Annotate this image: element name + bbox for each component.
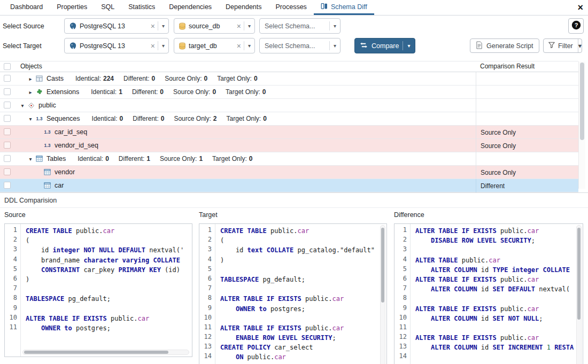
sql-token: ON — [236, 353, 243, 361]
tab-dependencies[interactable]: Dependencies — [162, 0, 219, 15]
stat-identical: Identical:224 — [75, 75, 114, 82]
tab-processes[interactable]: Processes — [269, 0, 314, 15]
chevron-down-icon[interactable]: ▾ — [158, 43, 168, 49]
row-checkbox[interactable] — [4, 115, 11, 122]
source-server-select[interactable]: PostgreSQL 13 × ▾ — [64, 18, 169, 34]
sql-token: id — [477, 315, 493, 322]
vertical-scrollbar[interactable] — [380, 225, 385, 364]
chevron-right-icon[interactable]: ▸ — [26, 89, 35, 95]
code-area[interactable]: CREATE TABLE public.car( id text COLLATE… — [216, 224, 386, 364]
tab-properties[interactable]: Properties — [50, 0, 94, 15]
code-area[interactable]: CREATE TABLE public.car( id integer NOT … — [21, 224, 192, 357]
sql-token — [415, 315, 431, 322]
row-checkbox[interactable] — [4, 102, 11, 109]
filter-dropdown-toggle[interactable]: ▾ — [578, 39, 582, 52]
sequence-icon: 1.3 — [43, 129, 52, 135]
row-label: vendor_id_seq — [55, 142, 98, 149]
grid-row-car-id-seq[interactable]: 1.3car_id_seqSource Only — [0, 126, 578, 139]
scrollbar-thumb[interactable] — [580, 63, 584, 140]
chevron-down-icon[interactable]: ▾ — [26, 156, 35, 162]
line-number: 14 — [394, 352, 410, 362]
clear-icon[interactable]: × — [148, 42, 158, 50]
source-database-select[interactable]: source_db × ▾ — [174, 18, 255, 34]
grid-row-casts[interactable]: ▸CastsIdentical:224Different:0Source Onl… — [0, 72, 578, 86]
source-schema-select[interactable]: Select Schema... ▾ — [259, 18, 341, 34]
sql-token — [415, 344, 431, 351]
chevron-down-icon[interactable]: ▾ — [330, 43, 340, 49]
row-checkbox[interactable] — [4, 142, 11, 149]
sql-token: public. — [107, 315, 138, 322]
tab-sql[interactable]: SQL — [94, 0, 121, 15]
clear-icon[interactable]: × — [148, 22, 158, 30]
target-server-select[interactable]: PostgreSQL 13 × ▾ — [64, 38, 169, 53]
line-number: 6 — [199, 275, 215, 284]
row-checkbox[interactable] — [4, 128, 11, 135]
grid-row-sequences[interactable]: ▾1.3SequencesIdentical:0Different:0Sourc… — [0, 112, 578, 126]
scrollbar-thumb[interactable] — [381, 228, 384, 303]
close-icon[interactable]: × — [577, 1, 583, 14]
stat-source-only: Source Only:0 — [165, 75, 207, 82]
line-number: 2 — [394, 236, 410, 245]
tab-dependents[interactable]: Dependents — [219, 0, 268, 15]
chevron-down-icon[interactable]: ▾ — [244, 23, 254, 29]
grid-row-public[interactable]: ▾public — [0, 99, 578, 112]
help-button[interactable]: ? — [568, 18, 584, 34]
filter-button-main[interactable]: Filter — [544, 42, 578, 50]
sql-token: public. — [301, 295, 332, 303]
target-database-select[interactable]: target_db × ▾ — [174, 38, 255, 53]
compare-button[interactable]: Compare ▾ — [354, 38, 415, 53]
tab-dashboard[interactable]: Dashboard — [3, 0, 50, 15]
sql-token — [26, 266, 41, 274]
line-number: 9 — [5, 304, 20, 314]
chevron-down-icon[interactable]: ▾ — [244, 43, 254, 49]
grid-vertical-scrollbar[interactable] — [578, 61, 585, 189]
sql-token: ALTER TABLE IF EXISTS — [415, 227, 497, 235]
chevron-down-icon[interactable]: ▾ — [18, 103, 27, 109]
sql-token: id — [477, 266, 493, 274]
ddl-editor-target[interactable]: 1234567891011121314CREATE TABLE public.c… — [199, 223, 387, 364]
chevron-down-icon[interactable]: ▾ — [26, 116, 35, 122]
grid-row-vendor[interactable]: vendorSource Only — [0, 166, 578, 179]
sql-token — [262, 246, 266, 254]
ddl-editor-source[interactable]: 1234567891011CREATE TABLE public.car( id… — [4, 223, 192, 357]
grid-row-extensions[interactable]: ▸ExtensionsIdentical:1Different:0Source … — [0, 86, 578, 99]
ddl-panel-label-target: Target — [199, 211, 218, 219]
target-schema-select[interactable]: Select Schema... ▾ — [259, 38, 341, 53]
sql-token — [543, 344, 546, 351]
filter-button[interactable]: Filter ▾ — [543, 38, 582, 53]
grid-row-tables[interactable]: ▾TablesIdentical:0Different:1Source Only… — [0, 152, 578, 166]
scrollbar-thumb[interactable] — [24, 351, 168, 354]
sql-token: ALTER COLUMN — [431, 344, 477, 351]
grid-row-vendor-id-seq[interactable]: 1.3vendor_id_seqSource Only — [0, 139, 578, 152]
row-checkbox[interactable] — [4, 168, 11, 175]
code-line: ( — [220, 236, 386, 245]
chevron-right-icon[interactable]: ▸ — [26, 76, 35, 82]
row-checkbox[interactable] — [4, 182, 11, 189]
row-checkbox[interactable] — [4, 75, 11, 82]
sql-token: 1 — [547, 344, 551, 351]
code-line: ALTER TABLE IF EXISTS public.car — [220, 294, 386, 304]
code-line: CREATE POLICY car_select — [220, 343, 386, 352]
grid-row-car[interactable]: carDifferent — [0, 179, 578, 192]
chevron-down-icon[interactable]: ▾ — [407, 43, 410, 49]
select-all-checkbox[interactable] — [4, 63, 11, 70]
row-checkbox[interactable] — [4, 155, 11, 162]
ddl-editor-difference[interactable]: 1234567891011121314ALTER TABLE IF EXISTS… — [394, 223, 583, 364]
scrollbar-thumb[interactable] — [577, 228, 581, 320]
clear-icon[interactable]: × — [234, 22, 244, 30]
chevron-down-icon[interactable]: ▾ — [158, 23, 168, 29]
sql-token: ALTER COLUMN — [431, 285, 477, 293]
generate-script-button[interactable]: Generate Script — [470, 38, 539, 53]
vertical-scrollbar[interactable] — [576, 225, 582, 364]
row-checkbox[interactable] — [4, 88, 11, 95]
sql-token — [415, 237, 431, 244]
sql-token — [220, 334, 236, 342]
tab-statistics[interactable]: Statistics — [121, 0, 162, 15]
code-area[interactable]: ALTER TABLE IF EXISTS public.car DISABLE… — [411, 224, 583, 364]
horizontal-scrollbar[interactable] — [22, 350, 189, 355]
clear-icon[interactable]: × — [234, 42, 244, 50]
table-icon — [43, 169, 52, 175]
tab-schema-diff[interactable]: Schema Diff — [314, 0, 374, 15]
chevron-down-icon[interactable]: ▾ — [330, 23, 340, 29]
sql-token: pg_default; — [64, 295, 111, 303]
